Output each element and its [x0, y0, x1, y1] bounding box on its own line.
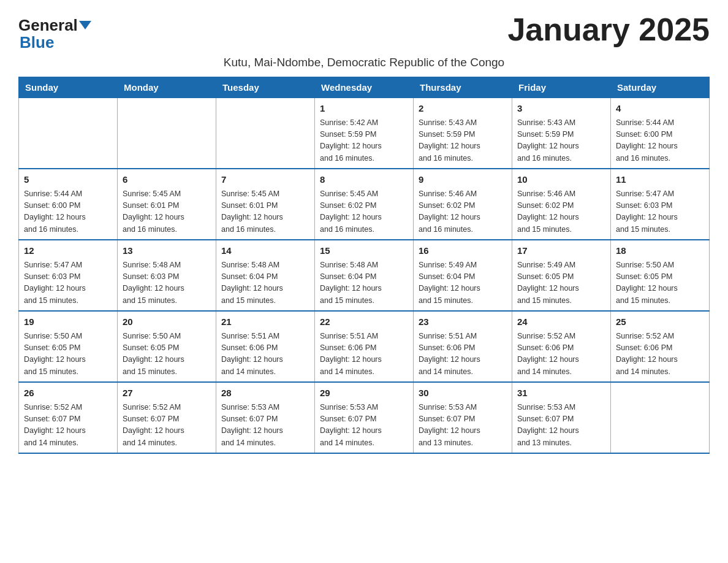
header: General Blue January 2025	[18, 12, 710, 52]
day-number: 12	[24, 244, 112, 258]
calendar-cell: 17Sunrise: 5:49 AM Sunset: 6:05 PM Dayli…	[512, 240, 611, 311]
calendar-header-friday: Friday	[512, 77, 611, 98]
calendar-cell: 25Sunrise: 5:52 AM Sunset: 6:06 PM Dayli…	[611, 311, 710, 382]
calendar-cell: 29Sunrise: 5:53 AM Sunset: 6:07 PM Dayli…	[315, 382, 414, 453]
logo-triangle-icon	[79, 21, 91, 29]
calendar-cell: 27Sunrise: 5:52 AM Sunset: 6:07 PM Dayli…	[118, 382, 216, 453]
calendar-header-tuesday: Tuesday	[216, 77, 315, 98]
calendar-week-row: 19Sunrise: 5:50 AM Sunset: 6:05 PM Dayli…	[19, 311, 710, 382]
calendar-cell: 26Sunrise: 5:52 AM Sunset: 6:07 PM Dayli…	[19, 382, 118, 453]
logo-blue-text: Blue	[20, 33, 54, 52]
calendar-cell: 31Sunrise: 5:53 AM Sunset: 6:07 PM Dayli…	[512, 382, 611, 453]
day-info: Sunrise: 5:53 AM Sunset: 6:07 PM Dayligh…	[320, 402, 408, 450]
calendar-cell: 7Sunrise: 5:45 AM Sunset: 6:01 PM Daylig…	[216, 169, 315, 240]
calendar-cell: 20Sunrise: 5:50 AM Sunset: 6:05 PM Dayli…	[118, 311, 216, 382]
day-number: 4	[616, 102, 704, 116]
day-number: 8	[320, 173, 408, 187]
day-number: 11	[616, 173, 704, 187]
logo-general-text: General	[18, 17, 78, 33]
day-info: Sunrise: 5:51 AM Sunset: 6:06 PM Dayligh…	[221, 331, 309, 378]
day-info: Sunrise: 5:52 AM Sunset: 6:07 PM Dayligh…	[123, 402, 211, 450]
calendar-cell: 11Sunrise: 5:47 AM Sunset: 6:03 PM Dayli…	[611, 169, 710, 240]
calendar-week-row: 26Sunrise: 5:52 AM Sunset: 6:07 PM Dayli…	[19, 382, 710, 453]
day-number: 26	[24, 386, 112, 400]
day-number: 27	[123, 386, 211, 400]
day-info: Sunrise: 5:48 AM Sunset: 6:04 PM Dayligh…	[320, 259, 408, 307]
calendar-cell: 19Sunrise: 5:50 AM Sunset: 6:05 PM Dayli…	[19, 311, 118, 382]
calendar-cell: 23Sunrise: 5:51 AM Sunset: 6:06 PM Dayli…	[414, 311, 512, 382]
day-info: Sunrise: 5:51 AM Sunset: 6:06 PM Dayligh…	[419, 331, 507, 378]
day-info: Sunrise: 5:46 AM Sunset: 6:02 PM Dayligh…	[419, 188, 507, 236]
day-info: Sunrise: 5:43 AM Sunset: 5:59 PM Dayligh…	[517, 117, 605, 165]
day-number: 9	[419, 173, 507, 187]
day-info: Sunrise: 5:53 AM Sunset: 6:07 PM Dayligh…	[221, 402, 309, 450]
day-number: 30	[419, 386, 507, 400]
day-info: Sunrise: 5:52 AM Sunset: 6:06 PM Dayligh…	[517, 331, 605, 378]
day-number: 29	[320, 386, 408, 400]
day-number: 1	[320, 102, 408, 116]
calendar-header-wednesday: Wednesday	[315, 77, 414, 98]
day-info: Sunrise: 5:46 AM Sunset: 6:02 PM Dayligh…	[517, 188, 605, 236]
day-info: Sunrise: 5:44 AM Sunset: 6:00 PM Dayligh…	[616, 117, 704, 165]
calendar-cell: 21Sunrise: 5:51 AM Sunset: 6:06 PM Dayli…	[216, 311, 315, 382]
day-info: Sunrise: 5:49 AM Sunset: 6:04 PM Dayligh…	[419, 259, 507, 307]
day-info: Sunrise: 5:50 AM Sunset: 6:05 PM Dayligh…	[123, 331, 211, 378]
calendar-header-sunday: Sunday	[19, 77, 118, 98]
calendar-cell: 13Sunrise: 5:48 AM Sunset: 6:03 PM Dayli…	[118, 240, 216, 311]
calendar-cell: 24Sunrise: 5:52 AM Sunset: 6:06 PM Dayli…	[512, 311, 611, 382]
day-number: 19	[24, 315, 112, 329]
calendar-cell: 16Sunrise: 5:49 AM Sunset: 6:04 PM Dayli…	[414, 240, 512, 311]
day-number: 3	[517, 102, 605, 116]
logo: General Blue	[18, 17, 93, 52]
day-number: 21	[221, 315, 309, 329]
day-info: Sunrise: 5:48 AM Sunset: 6:03 PM Dayligh…	[123, 259, 211, 307]
calendar-cell: 6Sunrise: 5:45 AM Sunset: 6:01 PM Daylig…	[118, 169, 216, 240]
day-number: 15	[320, 244, 408, 258]
day-info: Sunrise: 5:53 AM Sunset: 6:07 PM Dayligh…	[517, 402, 605, 450]
calendar-header-thursday: Thursday	[414, 77, 512, 98]
calendar-week-row: 12Sunrise: 5:47 AM Sunset: 6:03 PM Dayli…	[19, 240, 710, 311]
day-number: 24	[517, 315, 605, 329]
calendar-cell: 30Sunrise: 5:53 AM Sunset: 6:07 PM Dayli…	[414, 382, 512, 453]
calendar-cell: 4Sunrise: 5:44 AM Sunset: 6:00 PM Daylig…	[611, 98, 710, 169]
day-info: Sunrise: 5:51 AM Sunset: 6:06 PM Dayligh…	[320, 331, 408, 378]
calendar-cell: 12Sunrise: 5:47 AM Sunset: 6:03 PM Dayli…	[19, 240, 118, 311]
day-info: Sunrise: 5:42 AM Sunset: 5:59 PM Dayligh…	[320, 117, 408, 165]
calendar-cell: 22Sunrise: 5:51 AM Sunset: 6:06 PM Dayli…	[315, 311, 414, 382]
day-number: 28	[221, 386, 309, 400]
day-number: 14	[221, 244, 309, 258]
calendar-cell: 14Sunrise: 5:48 AM Sunset: 6:04 PM Dayli…	[216, 240, 315, 311]
day-number: 20	[123, 315, 211, 329]
day-number: 13	[123, 244, 211, 258]
day-info: Sunrise: 5:47 AM Sunset: 6:03 PM Dayligh…	[616, 188, 704, 236]
day-info: Sunrise: 5:49 AM Sunset: 6:05 PM Dayligh…	[517, 259, 605, 307]
day-number: 6	[123, 173, 211, 187]
day-number: 22	[320, 315, 408, 329]
day-info: Sunrise: 5:52 AM Sunset: 6:07 PM Dayligh…	[24, 402, 112, 450]
day-number: 7	[221, 173, 309, 187]
calendar-cell: 5Sunrise: 5:44 AM Sunset: 6:00 PM Daylig…	[19, 169, 118, 240]
day-number: 31	[517, 386, 605, 400]
day-info: Sunrise: 5:50 AM Sunset: 6:05 PM Dayligh…	[616, 259, 704, 307]
calendar-cell	[611, 382, 710, 453]
day-info: Sunrise: 5:47 AM Sunset: 6:03 PM Dayligh…	[24, 259, 112, 307]
day-number: 25	[616, 315, 704, 329]
day-info: Sunrise: 5:53 AM Sunset: 6:07 PM Dayligh…	[419, 402, 507, 450]
calendar-header-monday: Monday	[118, 77, 216, 98]
day-number: 5	[24, 173, 112, 187]
day-number: 18	[616, 244, 704, 258]
day-info: Sunrise: 5:50 AM Sunset: 6:05 PM Dayligh…	[24, 331, 112, 378]
calendar-week-row: 5Sunrise: 5:44 AM Sunset: 6:00 PM Daylig…	[19, 169, 710, 240]
calendar-table: SundayMondayTuesdayWednesdayThursdayFrid…	[18, 77, 710, 454]
day-info: Sunrise: 5:45 AM Sunset: 6:02 PM Dayligh…	[320, 188, 408, 236]
calendar-cell: 10Sunrise: 5:46 AM Sunset: 6:02 PM Dayli…	[512, 169, 611, 240]
calendar-cell: 8Sunrise: 5:45 AM Sunset: 6:02 PM Daylig…	[315, 169, 414, 240]
calendar-header-saturday: Saturday	[611, 77, 710, 98]
day-info: Sunrise: 5:45 AM Sunset: 6:01 PM Dayligh…	[123, 188, 211, 236]
day-info: Sunrise: 5:44 AM Sunset: 6:00 PM Dayligh…	[24, 188, 112, 236]
calendar-cell	[19, 98, 118, 169]
calendar-week-row: 1Sunrise: 5:42 AM Sunset: 5:59 PM Daylig…	[19, 98, 710, 169]
day-number: 16	[419, 244, 507, 258]
day-number: 10	[517, 173, 605, 187]
calendar-cell: 15Sunrise: 5:48 AM Sunset: 6:04 PM Dayli…	[315, 240, 414, 311]
